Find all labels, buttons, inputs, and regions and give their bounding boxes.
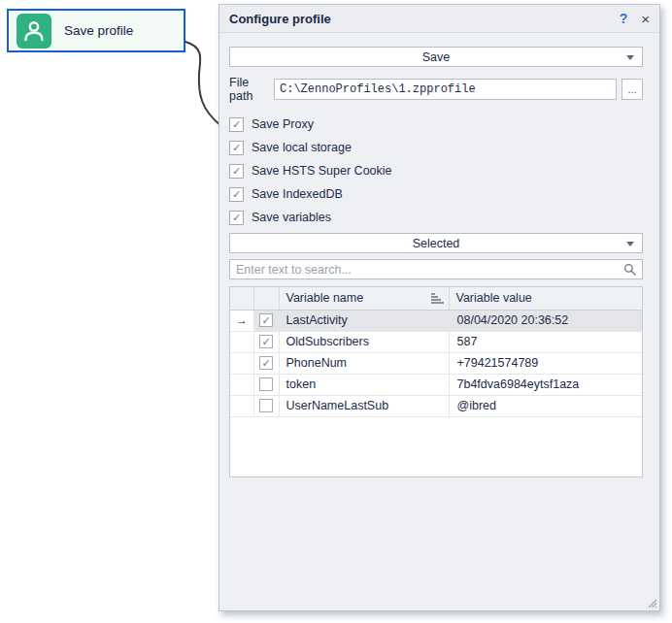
file-path-input[interactable] (274, 79, 617, 100)
row-checkbox-cell (253, 395, 279, 416)
variable-name-cell[interactable]: token (279, 374, 449, 395)
variable-name-cell[interactable]: PhoneNum (279, 352, 449, 374)
variables-grid: Variable name Variable value →✓LastActiv… (229, 286, 643, 477)
row-checkbox[interactable]: ✓ (259, 335, 273, 348)
table-row[interactable]: ✓OldSubscribers587 (230, 331, 642, 352)
row-checkbox[interactable]: ✓ (259, 313, 273, 327)
checkbox-label: Save Proxy (252, 117, 314, 131)
save-mode-value: Save (422, 50, 451, 64)
action-block-label: Save profile (64, 23, 133, 38)
variable-value-cell[interactable]: 7b4fdva6984eytsf1aza (449, 374, 642, 395)
row-indicator (230, 395, 253, 416)
table-row[interactable]: →✓LastActivity08/04/2020 20:36:52 (230, 310, 642, 331)
checkbox-column-header[interactable] (253, 287, 279, 310)
search-icon[interactable] (623, 263, 637, 280)
help-icon[interactable]: ? (620, 11, 628, 26)
save-option-0[interactable]: ✓Save Proxy (229, 113, 643, 136)
table-header-row: Variable name Variable value (230, 287, 642, 310)
row-indicator: → (230, 310, 253, 331)
file-path-row: File path ... (229, 76, 643, 103)
search-box (229, 259, 643, 279)
workspace: Save profile Configure profile ? × Save … (0, 0, 672, 623)
resize-grip[interactable] (646, 597, 657, 608)
variable-name-cell[interactable]: UserNameLastSub (279, 395, 449, 416)
save-option-4[interactable]: ✓Save variables (229, 206, 643, 229)
row-indicator (230, 352, 253, 374)
save-options-list: ✓Save Proxy✓Save local storage✓Save HSTS… (229, 113, 643, 229)
checkbox-label: Save IndexedDB (252, 187, 343, 201)
table-row[interactable]: token7b4fdva6984eytsf1aza (230, 374, 642, 395)
search-input[interactable] (230, 263, 642, 277)
save-option-2[interactable]: ✓Save HSTS Super Cookie (229, 159, 643, 182)
row-indicator (230, 331, 253, 352)
column-header-label: Variable value (456, 291, 532, 305)
row-indicator (230, 374, 253, 395)
chevron-down-icon (626, 242, 634, 246)
variable-name-cell[interactable]: OldSubscribers (279, 331, 449, 352)
column-header-label: Variable name (286, 291, 364, 305)
checkbox[interactable]: ✓ (229, 141, 244, 155)
column-header-variable-name[interactable]: Variable name (279, 287, 449, 310)
row-checkbox-cell: ✓ (253, 310, 279, 331)
row-checkbox[interactable] (259, 377, 273, 391)
save-option-3[interactable]: ✓Save IndexedDB (229, 182, 643, 206)
variables-table-body: →✓LastActivity08/04/2020 20:36:52✓OldSub… (230, 310, 642, 416)
action-block-save-profile[interactable]: Save profile (7, 9, 185, 52)
checkbox-label: Save variables (252, 211, 331, 224)
close-icon[interactable]: × (641, 12, 650, 26)
variables-filter-dropdown[interactable]: Selected (229, 233, 643, 253)
checkbox-label: Save HSTS Super Cookie (252, 164, 392, 178)
variable-value-cell[interactable]: 08/04/2020 20:36:52 (449, 310, 642, 331)
row-checkbox[interactable]: ✓ (259, 356, 273, 370)
chevron-down-icon (626, 55, 634, 60)
profile-person-icon (17, 14, 51, 49)
browse-button[interactable]: ... (622, 79, 643, 100)
column-header-variable-value[interactable]: Variable value (449, 287, 642, 310)
save-mode-dropdown[interactable]: Save (229, 47, 643, 67)
checkbox[interactable]: ✓ (229, 187, 244, 202)
dialog-body: Save File path ... ✓Save Proxy✓Save loca… (219, 33, 659, 477)
checkbox-label: Save local storage (252, 141, 352, 154)
checkbox[interactable]: ✓ (229, 211, 244, 225)
variable-value-cell[interactable]: @ibred (449, 395, 642, 416)
dialog-title: Configure profile (229, 12, 620, 26)
row-checkbox-cell (253, 374, 279, 395)
dialog-title-bar: Configure profile ? × (219, 5, 659, 33)
variable-value-cell[interactable]: 587 (449, 331, 642, 352)
table-row[interactable]: UserNameLastSub@ibred (230, 395, 642, 416)
row-checkbox-cell: ✓ (253, 331, 279, 352)
table-row[interactable]: ✓PhoneNum+79421574789 (230, 352, 642, 374)
variables-filter-value: Selected (413, 237, 460, 250)
checkbox[interactable]: ✓ (229, 117, 244, 132)
checkbox[interactable]: ✓ (229, 164, 244, 179)
save-option-1[interactable]: ✓Save local storage (229, 136, 643, 159)
file-path-label: File path (229, 76, 274, 103)
variable-value-cell[interactable]: +79421574789 (449, 352, 642, 374)
variable-name-cell[interactable]: LastActivity (279, 310, 449, 331)
configure-profile-dialog: Configure profile ? × Save File path ...… (218, 4, 660, 611)
sort-ascending-icon (431, 293, 444, 304)
row-checkbox[interactable] (259, 399, 273, 412)
row-indicator-header (230, 287, 253, 310)
row-checkbox-cell: ✓ (253, 352, 279, 374)
